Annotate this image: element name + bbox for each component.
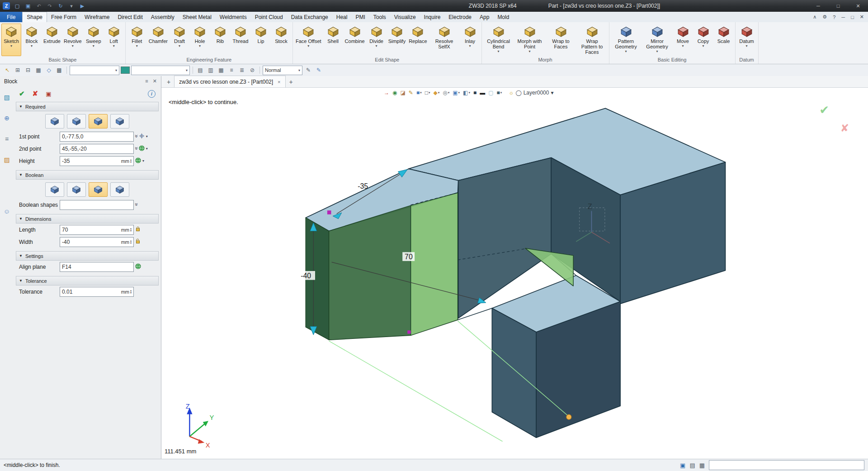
align-plane-field[interactable]: [60, 262, 134, 272]
spin-down-icon[interactable]: ▾: [130, 161, 132, 163]
dropdown-arrow-icon[interactable]: ▾: [31, 44, 33, 48]
snap-point-marker[interactable]: [566, 414, 571, 419]
tolerance-input[interactable]: [62, 289, 120, 295]
select-cursor-icon[interactable]: ↖: [3, 66, 12, 75]
menu-shape[interactable]: Shape: [22, 12, 47, 23]
align-grid-icon[interactable]: ▦: [217, 66, 226, 75]
play-icon[interactable]: ▶: [79, 2, 86, 10]
boolean-option-3[interactable]: [89, 182, 108, 197]
dropdown-arrow-icon[interactable]: ▾: [682, 44, 684, 48]
doc-restore-icon[interactable]: □: [851, 14, 854, 20]
dropdown-arrow-icon[interactable]: ▾: [113, 44, 115, 48]
menu-mold[interactable]: Mold: [493, 12, 513, 22]
reference-globe-icon[interactable]: [139, 145, 145, 152]
selection-filter-dropdown[interactable]: ▾: [70, 66, 119, 75]
close-button[interactable]: ✕: [848, 0, 868, 12]
chamfer-button[interactable]: Chamfer: [147, 24, 169, 56]
dropdown-arrow-icon[interactable]: ▾: [469, 44, 471, 48]
menu-data-exchange[interactable]: Data Exchange: [287, 12, 332, 22]
menu-direct-edit[interactable]: Direct Edit: [113, 12, 146, 22]
section-header-dimensions[interactable]: ▼Dimensions: [16, 214, 159, 224]
render-mode-icon[interactable]: ■: [473, 90, 476, 96]
snap-lines-icon[interactable]: ≡: [227, 66, 236, 75]
dropdown-arrow-icon[interactable]: ▾: [10, 44, 12, 48]
viewport[interactable]: Z -35 -40 70: [161, 88, 868, 459]
required-option-3[interactable]: [89, 114, 108, 128]
rib-button[interactable]: Rib: [210, 24, 230, 56]
menu-heal[interactable]: Heal: [332, 12, 352, 22]
display-settings-icon[interactable]: ■▾: [496, 90, 502, 96]
undo-icon[interactable]: ↶: [35, 2, 42, 10]
menu-weldments[interactable]: Weldments: [216, 12, 251, 22]
spin-down-icon[interactable]: ▾: [130, 242, 132, 244]
wrap-pattern-to-faces-button[interactable]: Wrap Pattern to Faces: [577, 24, 608, 56]
background-icon[interactable]: ▢: [488, 90, 493, 96]
chevron-down-icon[interactable]: ▾: [438, 91, 440, 95]
simplify-button[interactable]: Simplify: [387, 24, 407, 56]
customize-dropdown-icon[interactable]: ▾: [68, 2, 75, 10]
manager-tree-icon[interactable]: ≡: [3, 134, 11, 143]
hole-button[interactable]: Hole▾: [190, 24, 210, 56]
doc-minimize-icon[interactable]: ─: [841, 14, 845, 20]
chevron-down-icon[interactable]: ▾: [500, 91, 502, 95]
display-mode-grid-icon[interactable]: ▦: [699, 462, 705, 469]
menu-sheet-metal[interactable]: Sheet Metal: [179, 12, 216, 22]
snap-all-icon[interactable]: ≣: [237, 66, 246, 75]
chevron-down-icon[interactable]: ▾: [551, 90, 553, 96]
dropdown-arrow-icon[interactable]: ▾: [136, 44, 138, 48]
dropdown-arrow-icon[interactable]: ▾: [307, 44, 309, 48]
cancel-button[interactable]: ✘: [33, 90, 38, 98]
1st-point-field[interactable]: [60, 132, 134, 142]
reference-globe-icon[interactable]: [135, 263, 141, 271]
sketch-button[interactable]: Sketch▾: [1, 24, 21, 56]
cancel-cross-icon[interactable]: ✘: [840, 122, 849, 134]
new-file-icon[interactable]: ▢: [14, 2, 21, 10]
reference-globe-icon[interactable]: [135, 157, 141, 165]
new-tab-button[interactable]: +: [286, 76, 297, 87]
menu-app[interactable]: App: [476, 12, 493, 22]
divide-button[interactable]: Divide▾: [367, 24, 387, 56]
boolean-option-4[interactable]: [110, 182, 129, 197]
model-canvas[interactable]: Z -35 -40 70: [161, 88, 868, 459]
pick-shape-icon[interactable]: ◇: [44, 66, 53, 75]
lip-button[interactable]: Lip: [251, 24, 271, 56]
expand-chevrons-icon[interactable]: «: [133, 135, 139, 138]
ok-button[interactable]: ✔: [19, 90, 25, 98]
manager-frame-icon[interactable]: ⊕: [3, 114, 11, 122]
help-icon[interactable]: ?: [833, 14, 835, 20]
height-input[interactable]: [62, 158, 120, 164]
dropdown-arrow-icon[interactable]: ▾: [497, 50, 499, 53]
color-swatch-button[interactable]: [121, 67, 130, 74]
boolean-option-1[interactable]: [45, 182, 64, 197]
dropdown-arrow-icon[interactable]: ▾: [625, 50, 627, 53]
spinner-icon[interactable]: ▴▾: [130, 290, 132, 294]
section-header-required[interactable]: ▼Required: [16, 102, 159, 111]
erase-icon[interactable]: ◪: [400, 90, 405, 96]
settings-gear-icon[interactable]: ⚙: [822, 14, 827, 20]
required-option-1[interactable]: [45, 114, 64, 128]
boolean-shapes-input[interactable]: [62, 202, 132, 208]
menu-free-form[interactable]: Free Form: [47, 12, 80, 22]
mirror-geometry-button[interactable]: Mirror Geometry▾: [642, 24, 673, 56]
rotate-center-icon[interactable]: ◎▾: [443, 90, 449, 96]
2nd-point-field[interactable]: [60, 144, 134, 154]
scale-button[interactable]: Scale: [714, 24, 734, 56]
width-input[interactable]: [62, 239, 120, 245]
boolean-shapes-field[interactable]: [60, 200, 134, 210]
chevron-down-icon[interactable]: ▾: [468, 91, 470, 95]
inlay-button[interactable]: Inlay▾: [460, 24, 480, 56]
info-button[interactable]: i: [148, 90, 156, 98]
line-width-icon[interactable]: ▬: [480, 90, 485, 96]
layer-dropdown[interactable]: ☼◯Layer0000▾: [509, 90, 553, 96]
menu-pmi[interactable]: PMI: [351, 12, 369, 22]
chevron-down-icon[interactable]: ▾: [458, 91, 460, 95]
section-view-icon[interactable]: ◧▾: [463, 90, 470, 96]
shade-cube-icon[interactable]: ■▾: [416, 90, 422, 96]
menu-electrode[interactable]: Electrode: [444, 12, 476, 22]
required-option-4[interactable]: [110, 114, 129, 128]
menu-visualize[interactable]: Visualize: [390, 12, 420, 22]
preview-face-front-right[interactable]: [411, 193, 458, 335]
dropdown-arrow-icon[interactable]: ▾: [656, 50, 658, 53]
thread-button[interactable]: Thread: [231, 24, 250, 56]
edit-pen-icon[interactable]: ✎: [304, 66, 313, 75]
